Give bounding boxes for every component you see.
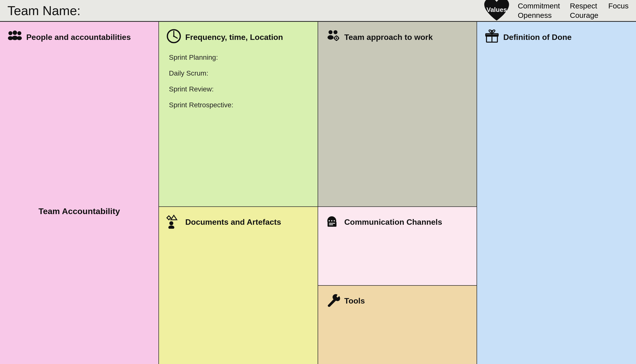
svg-marker-24 [167, 216, 171, 220]
people-icon [8, 29, 22, 46]
svg-point-4 [17, 31, 21, 35]
svg-point-9 [173, 36, 175, 37]
comm-icon [326, 214, 340, 231]
sprint-retrospective: Sprint Retrospective: [169, 98, 310, 112]
documents-icon [166, 214, 181, 231]
value-openness: Openness [518, 11, 560, 20]
svg-point-5 [17, 36, 22, 40]
box-icon [484, 29, 499, 46]
documents-title: Documents and Artefacts [185, 218, 281, 227]
svg-point-32 [329, 220, 330, 221]
col3-row2: Communication Channels Tools [318, 207, 477, 364]
svg-point-12 [333, 30, 337, 34]
team-approach-header: Team approach to work [326, 29, 469, 46]
svg-rect-16 [336, 40, 337, 41]
team-approach-icon [326, 29, 340, 46]
tools-section: Tools [318, 286, 477, 364]
sprint-planning: Sprint Planning: [169, 50, 310, 64]
value-respect: Respect [570, 2, 598, 10]
team-approach-section: Team approach to work [318, 22, 477, 207]
svg-rect-18 [338, 38, 339, 39]
definition-of-done-title: Definition of Done [503, 33, 572, 42]
svg-marker-25 [171, 215, 177, 220]
values-area: Values Commitment Respect Focus Openness… [483, 0, 628, 24]
svg-point-34 [333, 220, 335, 221]
tools-title: Tools [344, 296, 365, 306]
tools-header: Tools [326, 293, 469, 310]
frequency-header: Frequency, time, Location [166, 29, 310, 46]
svg-rect-29 [328, 222, 336, 227]
value-focus: Focus [608, 2, 628, 10]
svg-point-2 [13, 30, 17, 35]
svg-point-27 [168, 226, 174, 229]
people-section: People and accountabilities Team Account… [0, 22, 159, 364]
documents-header: Documents and Artefacts [166, 214, 310, 231]
sprint-review: Sprint Review: [169, 82, 310, 96]
value-commitment: Commitment [518, 2, 560, 10]
header: Team Name: Values Commitment Respect Foc… [0, 0, 636, 22]
definition-of-done-header: Definition of Done [484, 29, 628, 46]
frequency-title: Frequency, time, Location [185, 33, 283, 42]
definition-of-done-section: Definition of Done [477, 22, 636, 364]
people-title: People and accountabilities [26, 33, 131, 42]
svg-point-10 [329, 30, 332, 34]
communication-channels-section: Communication Channels [318, 207, 477, 286]
svg-point-14 [336, 38, 337, 39]
comm-channels-header: Communication Channels [326, 214, 469, 231]
comm-channels-title: Communication Channels [344, 218, 442, 227]
tools-icon [326, 293, 340, 310]
team-name-label: Team Name: [8, 3, 483, 18]
team-approach-title: Team approach to work [344, 33, 433, 42]
team-accountability: Team Accountability [8, 66, 151, 357]
svg-rect-17 [334, 38, 335, 39]
svg-rect-15 [336, 36, 337, 37]
daily-scrum: Daily Scrum: [169, 66, 310, 80]
svg-point-26 [169, 221, 173, 225]
values-list: Commitment Respect Focus Openness Courag… [518, 2, 628, 20]
frequency-content: Sprint Planning: Daily Scrum: Sprint Rev… [166, 50, 310, 112]
svg-point-33 [331, 220, 332, 221]
svg-point-0 [9, 31, 13, 35]
people-header: People and accountabilities [8, 29, 151, 46]
values-badge-text: Values [486, 6, 507, 14]
svg-point-11 [328, 35, 333, 40]
values-badge: Values [483, 0, 510, 24]
main-grid: People and accountabilities Team Account… [0, 22, 636, 364]
clock-icon [166, 29, 181, 46]
value-courage: Courage [570, 11, 598, 20]
documents-section: Documents and Artefacts [159, 207, 318, 364]
frequency-section: Frequency, time, Location Sprint Plannin… [159, 22, 318, 207]
